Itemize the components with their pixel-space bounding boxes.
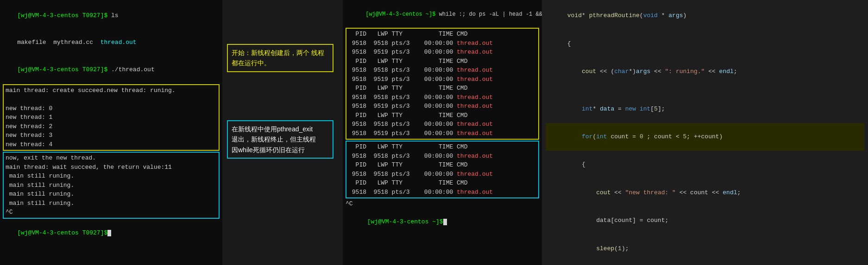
ps-row-3-2: 9518 9519 pts/3 00:00:00 thread.out (348, 102, 536, 111)
code-line-9: data[count] = count; (546, 207, 864, 234)
code-line-7: { (546, 151, 864, 179)
main-wait: main thread: wait succeed, the return va… (6, 163, 217, 172)
right-terminal: [wj@VM-4-3-centos ~]$ while :; do ps -aL… (343, 0, 542, 265)
code-line-3: cout << (char*)args << ": runing." << en… (546, 58, 864, 86)
ps-row-4-2: 9518 9519 pts/3 00:00:00 thread.out (348, 129, 536, 138)
code-line-1: void* pthreadRoutine(void * args) (546, 2, 864, 30)
ps-header-5: PID LWP TTY TIME CMD (348, 142, 536, 152)
code-line-10: sleep(1); (546, 235, 864, 263)
new-thread-1: new thread: 1 (6, 113, 217, 122)
yellow-box-1: main thread: create succeed.new thread: … (3, 84, 220, 151)
code-line-4 (546, 86, 864, 95)
new-thread-4: new thread: 4 (6, 140, 217, 149)
ps-row-1-2: 9518 9519 pts/3 00:00:00 thread.out (348, 48, 536, 57)
code-line-2: { (546, 30, 864, 57)
cyan-box: now, exit the new thread. main thread: w… (3, 152, 220, 219)
new-thread-0: new thread: 0 (6, 104, 217, 113)
left-terminal: [wj@VM-4-3-centos T0927]$ ls makefile my… (0, 0, 222, 265)
ps-row-4-1: 9518 9518 pts/3 00:00:00 thread.out (348, 120, 536, 129)
left-prompt3: [wj@VM-4-3-centos T0927]$ (3, 220, 220, 247)
ps-row-2-1: 9518 9518 pts/3 00:00:00 thread.out (348, 66, 536, 75)
exit-new-thread: now, exit the new thread. (6, 154, 217, 163)
ps-header-2: PID LWP TTY TIME CMD (348, 57, 536, 66)
left-prompt1: [wj@VM-4-3-centos T0927]$ ls (3, 2, 220, 29)
right-prompt: [wj@VM-4-3-centos ~]$ while :; do ps -aL… (346, 2, 539, 27)
annotation-2: 在新线程中使用pthread_exit退出，新线程终止，但主线程因while死循… (227, 120, 333, 159)
code-line-6: for(int count = 0 ; count < 5; ++count) (546, 123, 864, 151)
new-thread-2: new thread: 2 (6, 122, 217, 131)
code-line-5: int* data = new int[5]; (546, 95, 864, 123)
ps-row-3-1: 9518 9518 pts/3 00:00:00 thread.out (348, 93, 536, 102)
blank1 (6, 95, 217, 104)
main-still-1: main still runing. (6, 172, 217, 181)
right-prompt-final: [wj@VM-4-3-centos ~]$ (346, 209, 539, 236)
ctrl-c-left: ^C (6, 208, 217, 217)
ps-header-6: PID LWP TTY TIME CMD (348, 160, 536, 170)
ps-header-4: PID LWP TTY TIME CMD (348, 111, 536, 120)
ps-row-2-2: 9518 9519 pts/3 00:00:00 thread.out (348, 75, 536, 84)
main-create: main thread: create succeed.new thread: … (6, 86, 217, 95)
main-still-4: main still runing. (6, 199, 217, 208)
ps-box-cyan: PID LWP TTY TIME CMD 9518 9518 pts/3 00:… (346, 141, 539, 198)
right-section: [wj@VM-4-3-centos ~]$ while :; do ps -aL… (343, 0, 868, 265)
code-line-8: cout << "new thread: " << count << endl; (546, 179, 864, 207)
main-still-3: main still runing. (6, 190, 217, 199)
left-ls-output: makefile mythread.cc thread.out (3, 29, 220, 56)
middle-annotations: 开始：新线程创建后，两个 线程都在运行中。 在新线程中使用pthread_exi… (222, 0, 343, 265)
ps-row-5-1: 9518 9518 pts/3 00:00:00 thread.out (348, 152, 536, 161)
new-thread-3: new thread: 3 (6, 131, 217, 140)
code-panel: void* pthreadRoutine(void * args) { cout… (542, 0, 868, 265)
ps-row-1-1: 9518 9518 pts/3 00:00:00 thread.out (348, 39, 536, 48)
ps-header-7: PID LWP TTY TIME CMD (348, 179, 536, 188)
ps-box-yellow: PID LWP TTY TIME CMD 9518 9518 pts/3 00:… (346, 28, 539, 140)
main-still-2: main still runing. (6, 181, 217, 190)
code-line-11: } (546, 263, 864, 265)
left-prompt2: [wj@VM-4-3-centos T0927]$ ./thread.out (3, 56, 220, 83)
ps-row-7-1: 9518 9518 pts/3 00:00:00 thread.out (348, 188, 536, 197)
ps-row-6-1: 9518 9518 pts/3 00:00:00 thread.out (348, 170, 536, 179)
ps-header-1: PID LWP TTY TIME CMD (348, 30, 536, 39)
annotation-1: 开始：新线程创建后，两个 线程都在运行中。 (227, 44, 333, 72)
ps-header-3: PID LWP TTY TIME CMD (348, 84, 536, 93)
right-ctrl-c: ^C (346, 199, 539, 209)
